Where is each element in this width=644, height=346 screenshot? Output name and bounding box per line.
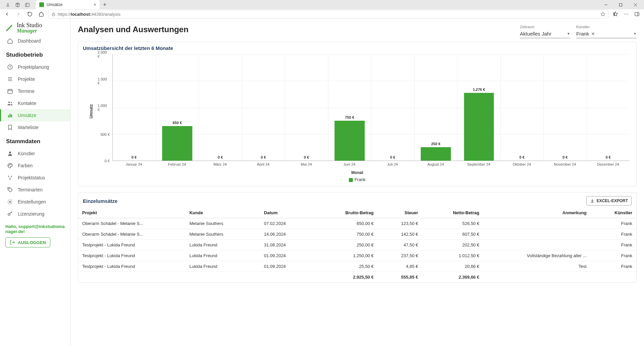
sidebar-item-terminarten[interactable]: Terminarten bbox=[0, 184, 70, 196]
browser-tab[interactable]: Umsätze × bbox=[36, 0, 100, 9]
table-row[interactable]: Oberarm Schädel - Melanie S...Melanie So… bbox=[78, 218, 636, 229]
sidebar-item-lizenzierung[interactable]: Lizenzierung bbox=[0, 208, 70, 220]
sidebar-item-termine[interactable]: Termine bbox=[0, 85, 70, 97]
panel-icon[interactable] bbox=[25, 2, 30, 7]
filter-kuenstler-value: Frank bbox=[576, 31, 589, 37]
user-greeting: Hallo, support@inkstudiomanager.de! bbox=[0, 220, 70, 236]
window-minimize-button[interactable] bbox=[598, 0, 613, 9]
logout-button[interactable]: AUSLOGGEN bbox=[5, 237, 50, 247]
svg-point-12 bbox=[628, 14, 628, 14]
filter-zeitraum[interactable]: Zeitraum Aktuelles Jahr ▼ bbox=[520, 25, 570, 38]
logo-line2: Manager bbox=[17, 28, 42, 34]
table-header[interactable]: Steuer bbox=[378, 208, 422, 218]
bar-value-label: 0 € bbox=[520, 155, 525, 159]
table-row[interactable]: Testprojekt - Lukida FreundLukida Freund… bbox=[78, 261, 636, 272]
bar[interactable] bbox=[464, 93, 494, 161]
more-icon[interactable] bbox=[622, 10, 631, 18]
table-cell: Frank bbox=[591, 240, 636, 250]
svg-rect-25 bbox=[8, 115, 9, 117]
sidebar-item-projektstatus[interactable]: Projektstatus bbox=[0, 172, 70, 184]
logout-icon bbox=[10, 240, 15, 245]
sidebar-item-dashboard[interactable]: Dashboard bbox=[0, 35, 70, 47]
excel-export-label: EXCEL-EXPORT bbox=[597, 198, 628, 203]
sidebar-item-projektplanung[interactable]: Projektplanung bbox=[0, 61, 70, 73]
page-title: Analysen und Auswertungen bbox=[78, 25, 520, 34]
table-footer-cell bbox=[260, 272, 313, 283]
sidebar-item-label: Dashboard bbox=[18, 38, 41, 44]
bar[interactable] bbox=[421, 147, 451, 161]
svg-point-0 bbox=[7, 3, 9, 5]
x-tick: Dezember 24 bbox=[587, 161, 630, 168]
table-row[interactable]: Testprojekt - Lukida FreundLukida Freund… bbox=[78, 240, 636, 250]
nav-icon bbox=[7, 100, 13, 106]
nav-icon bbox=[7, 211, 13, 217]
nav-icon bbox=[7, 124, 13, 130]
bar-value-label: 1.276 € bbox=[473, 88, 485, 92]
table-cell: 14.06.2024 bbox=[260, 229, 313, 240]
home-button[interactable] bbox=[37, 10, 46, 18]
browser-chrome: Umsätze × + https://localhost:44393/anal… bbox=[0, 0, 644, 19]
x-tick: November 24 bbox=[543, 161, 587, 168]
window-close-button[interactable] bbox=[628, 0, 643, 9]
sidebar-item-projekte[interactable]: Projekte bbox=[0, 73, 70, 85]
data-table: ProjektKundeDatumBrutto-BetragSteuerNett… bbox=[78, 208, 636, 282]
x-tick: Juni 24 bbox=[328, 161, 371, 168]
table-cell: 1.250,00 € bbox=[313, 250, 378, 261]
window-maximize-button[interactable] bbox=[613, 0, 628, 9]
nav-icon bbox=[7, 38, 13, 44]
sidebar-toggle-icon[interactable] bbox=[633, 10, 641, 18]
nav-icon bbox=[7, 76, 13, 82]
table-cell: 526,50 € bbox=[422, 218, 483, 229]
table-footer-cell: 2.925,50 € bbox=[313, 272, 378, 283]
sidebar-item-künstler[interactable]: Künstler bbox=[0, 148, 70, 160]
table-cell: 47,50 € bbox=[378, 240, 422, 250]
table-cell: 1.012,50 € bbox=[422, 250, 483, 261]
x-tick: Juli 24 bbox=[371, 161, 414, 168]
nav-icon bbox=[7, 163, 13, 169]
clear-icon[interactable]: ✕ bbox=[591, 31, 595, 37]
reload-button[interactable] bbox=[25, 10, 34, 18]
table-header[interactable]: Kunde bbox=[185, 208, 260, 218]
table-row[interactable]: Oberarm Schädel - Melanie S...Melanie So… bbox=[78, 229, 636, 240]
table-header[interactable]: Künstler bbox=[591, 208, 636, 218]
new-tab-button[interactable]: + bbox=[100, 1, 110, 8]
table-cell: Oberarm Schädel - Melanie S... bbox=[78, 218, 185, 229]
profile-icon[interactable] bbox=[5, 2, 10, 7]
table-card-title: Einzelumsätze bbox=[83, 198, 586, 204]
bar[interactable] bbox=[162, 126, 192, 161]
x-tick: Oktober 24 bbox=[500, 161, 544, 168]
sidebar-item-warteliste[interactable]: Warteliste bbox=[0, 121, 70, 133]
filter-kuenstler[interactable]: Künstler Frank ✕ ▼ bbox=[576, 25, 637, 38]
table-header[interactable]: Anmerkung bbox=[483, 208, 591, 218]
table-cell bbox=[483, 229, 591, 240]
sidebar-item-umsätze[interactable]: Umsätze bbox=[0, 109, 70, 121]
table-row[interactable]: Testprojekt - Lukida FreundLukida Freund… bbox=[78, 250, 636, 261]
sidebar-item-farben[interactable]: Farben bbox=[0, 160, 70, 172]
table-cell: Testprojekt - Lukida Freund bbox=[78, 240, 185, 250]
table-header[interactable]: Projekt bbox=[78, 208, 185, 218]
table-header[interactable]: Brutto-Betrag bbox=[313, 208, 378, 218]
cube-icon[interactable] bbox=[15, 2, 20, 7]
table-cell: Lukida Freund bbox=[185, 250, 260, 261]
back-button[interactable] bbox=[3, 10, 11, 18]
svg-point-31 bbox=[11, 164, 11, 165]
table-header[interactable]: Datum bbox=[260, 208, 313, 218]
excel-export-button[interactable]: EXCEL-EXPORT bbox=[586, 196, 632, 206]
sidebar-item-label: Projektplanung bbox=[18, 64, 49, 70]
sidebar-item-kontakte[interactable]: Kontakte bbox=[0, 97, 70, 109]
logo[interactable]: Ink Studio Manager bbox=[0, 19, 70, 35]
nav-group-studiobetrieb: Studiobetrieb bbox=[0, 47, 70, 61]
sidebar-item-label: Künstler bbox=[18, 151, 35, 156]
favorites-icon[interactable] bbox=[611, 10, 620, 18]
tab-close-icon[interactable]: × bbox=[94, 2, 96, 7]
star-icon[interactable] bbox=[600, 12, 605, 17]
bar[interactable] bbox=[335, 121, 365, 161]
nav-icon bbox=[7, 175, 13, 181]
x-axis-label: Monat bbox=[83, 170, 632, 175]
nav-icon bbox=[7, 187, 13, 193]
table-header[interactable]: Netto-Betrag bbox=[422, 208, 483, 218]
x-tick: Februar 24 bbox=[156, 161, 199, 168]
sidebar-item-einstellungen[interactable]: Einstellungen bbox=[0, 196, 70, 208]
x-tick: März 24 bbox=[199, 161, 242, 168]
address-bar[interactable]: https://localhost:44393/analysis bbox=[48, 10, 608, 18]
